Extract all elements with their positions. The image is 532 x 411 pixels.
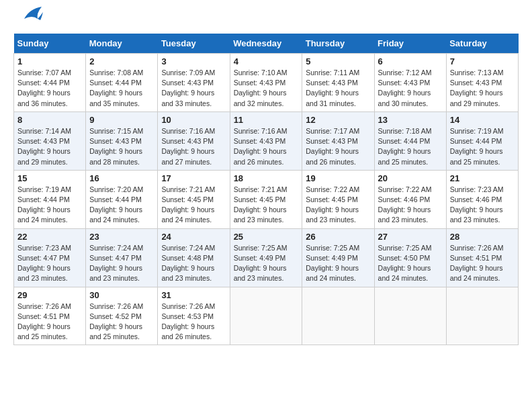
day-number: 6 xyxy=(378,56,443,66)
day-detail: Sunrise: 7:19 AMSunset: 4:44 PMDaylight:… xyxy=(450,126,515,167)
calendar-cell: 12Sunrise: 7:17 AMSunset: 4:43 PMDayligh… xyxy=(302,111,374,170)
day-number: 5 xyxy=(306,56,370,66)
header-tuesday: Tuesday xyxy=(158,34,230,54)
day-number: 9 xyxy=(89,115,154,125)
calendar-cell: 13Sunrise: 7:18 AMSunset: 4:44 PMDayligh… xyxy=(374,111,446,170)
calendar-cell: 28Sunrise: 7:26 AMSunset: 4:51 PMDayligh… xyxy=(446,228,518,287)
header-wednesday: Wednesday xyxy=(230,34,302,54)
calendar-cell: 20Sunrise: 7:22 AMSunset: 4:46 PMDayligh… xyxy=(374,170,446,228)
header-monday: Monday xyxy=(86,34,158,54)
day-detail: Sunrise: 7:23 AMSunset: 4:46 PMDaylight:… xyxy=(450,185,515,226)
calendar-cell: 31Sunrise: 7:26 AMSunset: 4:53 PMDayligh… xyxy=(158,287,230,345)
day-number: 2 xyxy=(89,56,154,66)
day-detail: Sunrise: 7:21 AMSunset: 4:45 PMDaylight:… xyxy=(234,185,299,226)
calendar-cell: 25Sunrise: 7:25 AMSunset: 4:49 PMDayligh… xyxy=(230,228,302,287)
logo xyxy=(13,11,43,27)
calendar-cell: 2Sunrise: 7:08 AMSunset: 4:44 PMDaylight… xyxy=(86,54,158,112)
day-detail: Sunrise: 7:26 AMSunset: 4:51 PMDaylight:… xyxy=(450,243,515,284)
day-detail: Sunrise: 7:24 AMSunset: 4:47 PMDaylight:… xyxy=(89,243,154,284)
day-number: 3 xyxy=(161,56,226,66)
calendar-cell: 3Sunrise: 7:09 AMSunset: 4:43 PMDaylight… xyxy=(158,54,230,112)
calendar-week-row: 22Sunrise: 7:23 AMSunset: 4:47 PMDayligh… xyxy=(14,228,519,287)
day-number: 18 xyxy=(234,173,299,183)
day-detail: Sunrise: 7:08 AMSunset: 4:44 PMDaylight:… xyxy=(89,68,154,109)
calendar-cell: 1Sunrise: 7:07 AMSunset: 4:44 PMDaylight… xyxy=(14,54,86,112)
calendar-cell: 14Sunrise: 7:19 AMSunset: 4:44 PMDayligh… xyxy=(446,111,518,170)
header-friday: Friday xyxy=(374,34,446,54)
day-detail: Sunrise: 7:19 AMSunset: 4:44 PMDaylight:… xyxy=(17,185,82,226)
day-number: 13 xyxy=(378,115,443,125)
day-number: 30 xyxy=(89,290,154,300)
calendar-cell: 5Sunrise: 7:11 AMSunset: 4:43 PMDaylight… xyxy=(302,54,374,112)
calendar-cell: 18Sunrise: 7:21 AMSunset: 4:45 PMDayligh… xyxy=(230,170,302,228)
calendar-cell: 22Sunrise: 7:23 AMSunset: 4:47 PMDayligh… xyxy=(14,228,86,287)
day-number: 8 xyxy=(17,115,82,125)
day-detail: Sunrise: 7:14 AMSunset: 4:43 PMDaylight:… xyxy=(17,126,82,167)
calendar-cell: 11Sunrise: 7:16 AMSunset: 4:43 PMDayligh… xyxy=(230,111,302,170)
day-detail: Sunrise: 7:15 AMSunset: 4:43 PMDaylight:… xyxy=(89,126,154,167)
page-header xyxy=(13,11,519,27)
day-number: 23 xyxy=(89,232,154,242)
day-detail: Sunrise: 7:26 AMSunset: 4:52 PMDaylight:… xyxy=(89,302,154,342)
day-number: 25 xyxy=(234,232,299,242)
day-number: 28 xyxy=(450,232,515,242)
calendar-cell: 7Sunrise: 7:13 AMSunset: 4:43 PMDaylight… xyxy=(446,54,518,112)
calendar-table: SundayMondayTuesdayWednesdayThursdayFrid… xyxy=(13,34,519,345)
day-number: 24 xyxy=(161,232,226,242)
calendar-week-row: 1Sunrise: 7:07 AMSunset: 4:44 PMDaylight… xyxy=(14,54,519,112)
day-detail: Sunrise: 7:25 AMSunset: 4:49 PMDaylight:… xyxy=(306,243,370,284)
day-detail: Sunrise: 7:09 AMSunset: 4:43 PMDaylight:… xyxy=(161,68,226,109)
day-detail: Sunrise: 7:18 AMSunset: 4:44 PMDaylight:… xyxy=(378,126,443,167)
day-detail: Sunrise: 7:07 AMSunset: 4:44 PMDaylight:… xyxy=(17,68,82,109)
calendar-cell xyxy=(302,287,374,345)
day-detail: Sunrise: 7:16 AMSunset: 4:43 PMDaylight:… xyxy=(234,126,299,167)
day-number: 15 xyxy=(17,173,82,183)
day-number: 7 xyxy=(450,56,515,66)
day-detail: Sunrise: 7:20 AMSunset: 4:44 PMDaylight:… xyxy=(89,185,154,226)
calendar-cell: 30Sunrise: 7:26 AMSunset: 4:52 PMDayligh… xyxy=(86,287,158,345)
day-detail: Sunrise: 7:16 AMSunset: 4:43 PMDaylight:… xyxy=(161,126,226,167)
calendar-cell: 27Sunrise: 7:25 AMSunset: 4:50 PMDayligh… xyxy=(374,228,446,287)
day-number: 21 xyxy=(450,173,515,183)
day-number: 22 xyxy=(17,232,82,242)
day-number: 27 xyxy=(378,232,443,242)
logo-bird-icon xyxy=(17,5,43,27)
day-detail: Sunrise: 7:22 AMSunset: 4:45 PMDaylight:… xyxy=(306,185,370,226)
day-number: 14 xyxy=(450,115,515,125)
day-number: 1 xyxy=(17,56,82,66)
calendar-week-row: 8Sunrise: 7:14 AMSunset: 4:43 PMDaylight… xyxy=(14,111,519,170)
calendar-cell: 10Sunrise: 7:16 AMSunset: 4:43 PMDayligh… xyxy=(158,111,230,170)
calendar-cell: 29Sunrise: 7:26 AMSunset: 4:51 PMDayligh… xyxy=(14,287,86,345)
day-number: 11 xyxy=(234,115,299,125)
day-number: 17 xyxy=(161,173,226,183)
day-detail: Sunrise: 7:10 AMSunset: 4:43 PMDaylight:… xyxy=(234,68,299,109)
header-saturday: Saturday xyxy=(446,34,518,54)
calendar-cell: 6Sunrise: 7:12 AMSunset: 4:43 PMDaylight… xyxy=(374,54,446,112)
calendar-cell: 17Sunrise: 7:21 AMSunset: 4:45 PMDayligh… xyxy=(158,170,230,228)
calendar-cell xyxy=(374,287,446,345)
day-detail: Sunrise: 7:26 AMSunset: 4:51 PMDaylight:… xyxy=(17,302,82,342)
day-number: 20 xyxy=(378,173,443,183)
calendar-cell: 15Sunrise: 7:19 AMSunset: 4:44 PMDayligh… xyxy=(14,170,86,228)
header-thursday: Thursday xyxy=(302,34,374,54)
day-number: 29 xyxy=(17,290,82,300)
calendar-cell: 8Sunrise: 7:14 AMSunset: 4:43 PMDaylight… xyxy=(14,111,86,170)
day-detail: Sunrise: 7:12 AMSunset: 4:43 PMDaylight:… xyxy=(378,68,443,109)
day-detail: Sunrise: 7:26 AMSunset: 4:53 PMDaylight:… xyxy=(161,302,226,342)
calendar-cell: 19Sunrise: 7:22 AMSunset: 4:45 PMDayligh… xyxy=(302,170,374,228)
day-number: 12 xyxy=(306,115,370,125)
calendar-week-row: 15Sunrise: 7:19 AMSunset: 4:44 PMDayligh… xyxy=(14,170,519,228)
day-number: 31 xyxy=(161,290,226,300)
day-detail: Sunrise: 7:25 AMSunset: 4:50 PMDaylight:… xyxy=(378,243,443,284)
day-number: 19 xyxy=(306,173,370,183)
day-detail: Sunrise: 7:21 AMSunset: 4:45 PMDaylight:… xyxy=(161,185,226,226)
day-detail: Sunrise: 7:13 AMSunset: 4:43 PMDaylight:… xyxy=(450,68,515,109)
calendar-cell: 26Sunrise: 7:25 AMSunset: 4:49 PMDayligh… xyxy=(302,228,374,287)
calendar-header-row: SundayMondayTuesdayWednesdayThursdayFrid… xyxy=(14,34,519,54)
calendar-cell: 24Sunrise: 7:24 AMSunset: 4:48 PMDayligh… xyxy=(158,228,230,287)
day-detail: Sunrise: 7:24 AMSunset: 4:48 PMDaylight:… xyxy=(161,243,226,284)
day-number: 4 xyxy=(234,56,299,66)
calendar-week-row: 29Sunrise: 7:26 AMSunset: 4:51 PMDayligh… xyxy=(14,287,519,345)
day-detail: Sunrise: 7:25 AMSunset: 4:49 PMDaylight:… xyxy=(234,243,299,284)
day-detail: Sunrise: 7:23 AMSunset: 4:47 PMDaylight:… xyxy=(17,243,82,284)
